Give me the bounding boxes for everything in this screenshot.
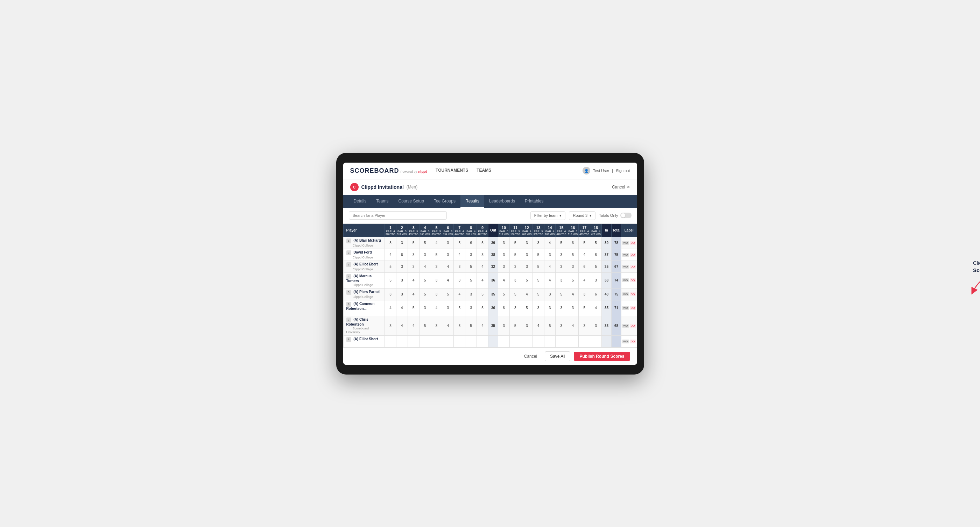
score-h14[interactable]: 4 — [544, 237, 555, 249]
score-h18[interactable]: 6 — [590, 288, 602, 300]
score-h12[interactable]: 3 — [521, 316, 533, 335]
tab-course-setup[interactable]: Course Setup — [394, 195, 429, 208]
score-h7[interactable] — [454, 335, 465, 347]
score-h17[interactable]: 4 — [579, 249, 590, 260]
score-h12[interactable]: 3 — [521, 249, 533, 260]
dq-button[interactable]: DQ — [630, 253, 636, 257]
score-h14[interactable]: 4 — [544, 260, 555, 272]
score-h8[interactable]: 5 — [465, 316, 477, 335]
tab-teams[interactable]: Teams — [371, 195, 393, 208]
round-dropdown[interactable]: Round 3 ▾ — [569, 211, 595, 220]
score-h11[interactable] — [509, 335, 521, 347]
score-h11[interactable]: 5 — [509, 249, 521, 260]
wd-button[interactable]: WD — [622, 265, 629, 268]
score-h9[interactable]: 3 — [477, 249, 488, 260]
score-h3[interactable]: 4 — [407, 316, 419, 335]
score-h18[interactable]: 6 — [590, 249, 602, 260]
totals-only-toggle[interactable] — [620, 213, 632, 218]
score-h10[interactable]: 6 — [498, 300, 510, 316]
score-h6[interactable] — [442, 335, 454, 347]
score-h11[interactable]: 3 — [509, 300, 521, 316]
score-h5[interactable]: 5 — [431, 249, 442, 260]
score-h13[interactable]: 5 — [533, 249, 544, 260]
score-h12[interactable]: 4 — [521, 288, 533, 300]
wd-button[interactable]: WD — [622, 340, 629, 343]
score-h6[interactable]: 5 — [442, 288, 454, 300]
dq-button[interactable]: DQ — [630, 324, 636, 328]
score-h2[interactable]: 6 — [396, 249, 407, 260]
score-h17[interactable]: 3 — [579, 288, 590, 300]
score-h17[interactable] — [579, 335, 590, 347]
score-h1[interactable]: 5 — [385, 260, 396, 272]
score-h4[interactable]: 5 — [419, 272, 431, 288]
score-h11[interactable]: 3 — [509, 272, 521, 288]
sign-out-link[interactable]: Sign out — [616, 168, 630, 173]
score-h1[interactable]: 4 — [385, 300, 396, 316]
score-h9[interactable]: 5 — [477, 300, 488, 316]
score-h13[interactable]: 5 — [533, 288, 544, 300]
score-h17[interactable]: 3 — [579, 316, 590, 335]
score-h13[interactable]: 5 — [533, 272, 544, 288]
filter-by-team-dropdown[interactable]: Filter by team ▾ — [530, 211, 566, 220]
score-h13[interactable] — [533, 335, 544, 347]
score-h1[interactable] — [385, 335, 396, 347]
score-h1[interactable]: 4 — [385, 249, 396, 260]
score-h4[interactable]: 3 — [419, 249, 431, 260]
cancel-header-button[interactable]: Cancel ✕ — [612, 185, 630, 189]
score-h14[interactable]: 3 — [544, 288, 555, 300]
dq-button[interactable]: DQ — [630, 278, 636, 282]
tab-details[interactable]: Details — [349, 195, 372, 208]
score-h2[interactable]: 4 — [396, 316, 407, 335]
score-h9[interactable]: 4 — [477, 316, 488, 335]
score-h14[interactable] — [544, 335, 555, 347]
dq-button[interactable]: DQ — [630, 265, 636, 268]
score-h3[interactable]: 5 — [407, 300, 419, 316]
score-h10[interactable]: 4 — [498, 272, 510, 288]
score-h11[interactable]: 5 — [509, 288, 521, 300]
score-h8[interactable] — [465, 335, 477, 347]
tab-leaderboards[interactable]: Leaderboards — [484, 195, 520, 208]
score-h17[interactable]: 5 — [579, 300, 590, 316]
score-h7[interactable]: 3 — [454, 260, 465, 272]
score-h10[interactable]: 3 — [498, 249, 510, 260]
score-h13[interactable]: 3 — [533, 300, 544, 316]
score-h8[interactable]: 5 — [465, 260, 477, 272]
score-h14[interactable]: 5 — [544, 316, 555, 335]
dq-button[interactable]: DQ — [630, 340, 636, 343]
score-h18[interactable]: 4 — [590, 300, 602, 316]
wd-button[interactable]: WD — [622, 292, 629, 296]
search-input[interactable] — [349, 211, 447, 220]
score-h15[interactable] — [555, 335, 567, 347]
score-h7[interactable]: 3 — [454, 272, 465, 288]
score-h12[interactable]: 3 — [521, 237, 533, 249]
score-h16[interactable]: 6 — [567, 237, 579, 249]
score-h10[interactable]: 5 — [498, 288, 510, 300]
score-h15[interactable]: 3 — [555, 249, 567, 260]
score-h16[interactable]: 4 — [567, 288, 579, 300]
score-h16[interactable]: 4 — [567, 316, 579, 335]
score-h7[interactable]: 4 — [454, 249, 465, 260]
score-h11[interactable]: 5 — [509, 237, 521, 249]
wd-button[interactable]: WD — [622, 253, 629, 257]
score-h8[interactable]: 6 — [465, 237, 477, 249]
score-h3[interactable] — [407, 335, 419, 347]
score-h16[interactable]: 3 — [567, 260, 579, 272]
nav-tournaments[interactable]: TOURNAMENTS — [436, 167, 468, 175]
score-h17[interactable]: 5 — [579, 237, 590, 249]
nav-teams[interactable]: TEAMS — [477, 167, 491, 175]
score-h2[interactable]: 4 — [396, 300, 407, 316]
score-h3[interactable]: 4 — [407, 272, 419, 288]
score-h9[interactable]: 5 — [477, 288, 488, 300]
score-h1[interactable]: 3 — [385, 237, 396, 249]
score-h2[interactable]: 3 — [396, 260, 407, 272]
score-h1[interactable]: 3 — [385, 288, 396, 300]
score-h6[interactable]: 4 — [442, 272, 454, 288]
wd-button[interactable]: WD — [622, 278, 629, 282]
score-h10[interactable]: 3 — [498, 260, 510, 272]
score-h18[interactable]: 3 — [590, 272, 602, 288]
score-h14[interactable]: 4 — [544, 272, 555, 288]
score-h5[interactable] — [431, 335, 442, 347]
score-h9[interactable]: 5 — [477, 237, 488, 249]
score-h17[interactable]: 6 — [579, 260, 590, 272]
score-h15[interactable]: 3 — [555, 260, 567, 272]
